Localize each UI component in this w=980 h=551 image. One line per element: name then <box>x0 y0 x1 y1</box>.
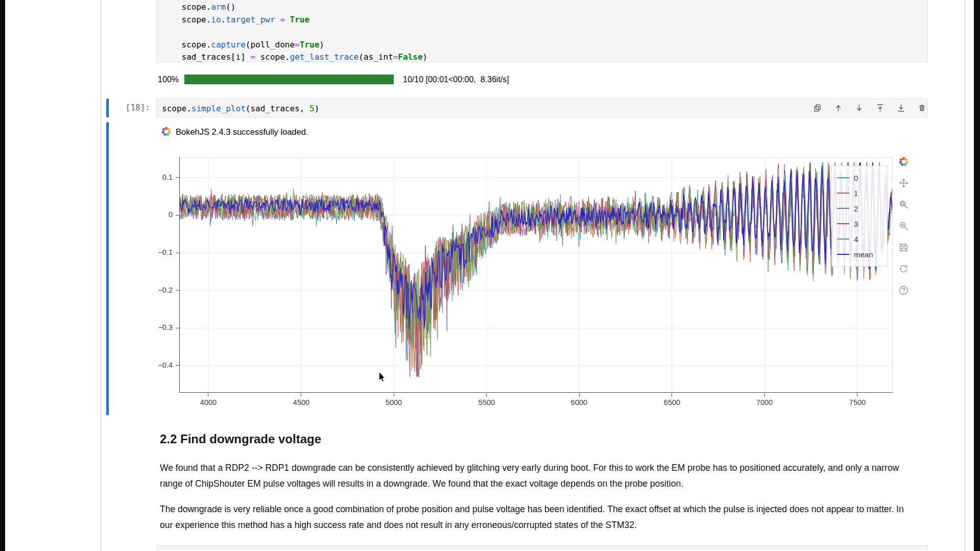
legend-label: mean <box>854 250 873 259</box>
screen-edge-left <box>0 0 5 551</box>
code-token: = <box>295 40 300 50</box>
output-collapser[interactable] <box>106 122 109 415</box>
legend-label: 1 <box>854 189 858 198</box>
execution-count-prompt: [18]: <box>114 103 150 112</box>
code-line: scope.arm() <box>162 1 427 14</box>
code-cell-input-capture-loop[interactable]: scope.arm() scope.io.target_pwr = True s… <box>156 0 928 62</box>
markdown-paragraph-1: We found that a RDP2 --> RDP1 downgrade … <box>160 460 906 492</box>
code-token: True <box>290 15 309 25</box>
legend-swatch <box>837 254 849 255</box>
code-token: False <box>398 52 422 62</box>
code-line: sad_traces[i] = scope.get_last_trace(as_… <box>162 51 427 64</box>
legend-swatch <box>837 193 849 194</box>
code-token: scope. <box>162 40 211 50</box>
legend-item-3: 3 <box>837 216 882 231</box>
jupyter-notebook-screenshot: scope.arm() scope.io.target_pwr = True s… <box>0 0 980 551</box>
plot-legend: 01234mean <box>831 165 888 267</box>
reset-icon[interactable] <box>898 263 909 274</box>
screen-edge-right <box>974 0 980 551</box>
code-editor[interactable]: scope.simple_plot(sad_traces, 5) <box>162 103 319 115</box>
legend-item-0: 0 <box>837 170 882 185</box>
code-line: scope.simple_plot(sad_traces, 5) <box>162 103 319 115</box>
box-zoom-icon[interactable] <box>898 199 909 210</box>
code-line: scope.io.target_pwr = True <box>162 14 427 27</box>
mouse-cursor <box>378 372 388 383</box>
code-token <box>275 15 280 25</box>
code-token: ) <box>319 40 324 50</box>
code-token: (sad_traces, <box>246 104 309 113</box>
help-icon[interactable] <box>898 285 909 296</box>
markdown-paragraph-2: The downgrade is very reliable once a go… <box>160 501 906 533</box>
progress-bar <box>184 75 394 84</box>
code-token: scope. <box>162 2 211 12</box>
insert-below-icon[interactable] <box>896 103 906 113</box>
code-token: 5 <box>309 104 315 113</box>
legend-label: 3 <box>854 220 858 228</box>
code-line <box>162 26 427 39</box>
bokeh-logo-icon <box>161 126 172 137</box>
legend-label: 2 <box>854 204 858 213</box>
code-token: sad_traces[i] <box>162 52 250 62</box>
code-token: (poll_done <box>246 40 295 50</box>
delete-icon[interactable] <box>917 103 927 113</box>
insert-above-icon[interactable] <box>875 103 885 113</box>
code-token: (as_int <box>358 52 393 62</box>
code-token: ) <box>315 104 320 113</box>
legend-label: 0 <box>854 174 858 182</box>
code-editor[interactable]: #!pip install chipshouter <box>162 548 285 551</box>
pan-icon[interactable] <box>898 178 909 188</box>
legend-swatch <box>837 238 849 239</box>
bokeh-plot-canvas[interactable]: 01234mean <box>179 157 893 393</box>
move-down-icon[interactable] <box>854 103 864 113</box>
code-token: io <box>211 15 221 25</box>
code-cell-input-partial[interactable]: #!pip install chipshouter <box>156 545 928 551</box>
code-token: arm <box>211 2 226 12</box>
code-line: scope.capture(poll_done=True) <box>162 39 427 52</box>
bokeh-toolbar <box>897 156 910 296</box>
code-token: = <box>280 15 285 25</box>
code-token: scope. <box>162 104 192 113</box>
code-token: simple_plot <box>192 104 246 113</box>
markdown-heading: 2.2 Find downgrade voltage <box>160 432 321 446</box>
move-up-icon[interactable] <box>833 103 843 113</box>
code-token: . <box>221 15 226 25</box>
progress-bar-fill <box>184 75 394 84</box>
code-editor[interactable]: scope.arm() scope.io.target_pwr = True s… <box>162 1 427 64</box>
code-token: scope. <box>255 52 290 62</box>
code-token: scope. <box>162 15 211 25</box>
code-line: #!pip install chipshouter <box>162 548 285 551</box>
cell-collapser-input[interactable] <box>106 99 109 117</box>
code-token: () <box>226 2 235 12</box>
code-token: capture <box>211 40 245 50</box>
wheel-zoom-icon[interactable] <box>898 221 909 231</box>
bokeh-loaded-message: BokehJS 2.4.3 successfully loaded. <box>176 127 308 137</box>
legend-item-mean: mean <box>837 247 882 262</box>
save-icon[interactable] <box>898 242 909 253</box>
copy-icon[interactable] <box>812 103 822 113</box>
cell-toolbar <box>812 103 927 113</box>
code-token: = <box>250 52 255 62</box>
code-token: get_last_trace <box>290 52 358 62</box>
trace-plot <box>179 157 893 393</box>
code-token: target_pwr <box>226 15 275 25</box>
code-token: True <box>300 40 320 50</box>
legend-swatch <box>837 177 849 178</box>
progress-status-text: 10/10 [00:01<00:00, 8.36it/s] <box>403 75 509 84</box>
legend-item-2: 2 <box>837 201 882 216</box>
progress-percent-label: 100% <box>138 75 179 84</box>
legend-item-4: 4 <box>837 231 882 247</box>
legend-swatch <box>837 223 849 224</box>
code-token: = <box>393 52 398 62</box>
legend-label: 4 <box>854 235 858 244</box>
legend-swatch <box>837 208 849 209</box>
code-token: ) <box>423 52 428 62</box>
legend-item-1: 1 <box>837 185 882 201</box>
bokeh-logo-icon[interactable] <box>898 156 909 167</box>
